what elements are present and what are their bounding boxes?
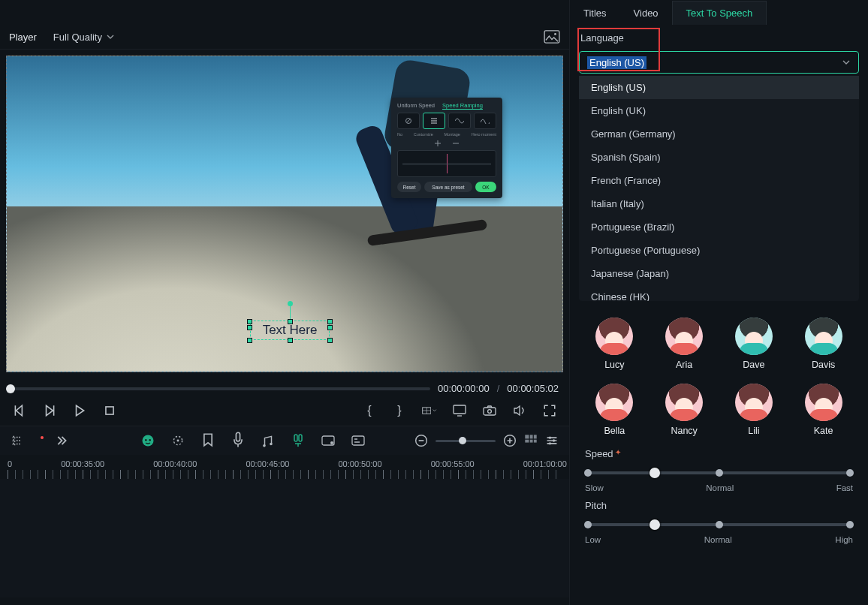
timeline-expand-icon[interactable] bbox=[57, 434, 71, 447]
language-dropdown[interactable]: English (US)English (UK)German (Germany)… bbox=[579, 76, 859, 301]
volume-button[interactable] bbox=[512, 403, 527, 418]
overlay-ok-button[interactable]: OK bbox=[475, 182, 496, 192]
overlay-reset-button[interactable]: Reset bbox=[397, 182, 421, 192]
voice-option-aria[interactable]: Aria bbox=[655, 318, 714, 370]
timeline-ruler[interactable]: 0 00:00:35:00 00:00:40:00 00:00:45:00 00… bbox=[0, 455, 569, 468]
quality-select[interactable]: Full Quality bbox=[50, 30, 117, 44]
pitch-slider[interactable] bbox=[585, 516, 853, 534]
speed-label: Speed✦ bbox=[585, 448, 853, 459]
zoom-slider[interactable] bbox=[436, 440, 496, 442]
overlay-tile-montage[interactable] bbox=[448, 113, 471, 129]
step-forward-button[interactable] bbox=[42, 403, 57, 418]
record-screen-icon[interactable] bbox=[321, 434, 335, 447]
overlay-tab-ramping[interactable]: Speed Ramping bbox=[442, 102, 483, 110]
resize-handle[interactable] bbox=[247, 338, 252, 343]
language-option[interactable]: German (Germany) bbox=[579, 122, 859, 146]
overlay-tile-customize[interactable] bbox=[423, 113, 445, 129]
language-option[interactable]: Italian (Italy) bbox=[579, 192, 859, 215]
timeline-track-area[interactable] bbox=[0, 479, 569, 597]
audio-beat-icon[interactable] bbox=[261, 434, 275, 447]
resize-handle[interactable] bbox=[327, 338, 333, 343]
fullscreen-button[interactable] bbox=[542, 403, 557, 418]
timeline-options-icon[interactable] bbox=[11, 434, 24, 447]
caption-icon[interactable] bbox=[351, 434, 365, 447]
speed-slow-label: Slow bbox=[585, 483, 604, 492]
voiceover-mic-icon[interactable] bbox=[231, 434, 245, 447]
voice-option-kate[interactable]: Kate bbox=[794, 384, 853, 436]
voice-option-lili[interactable]: Lili bbox=[725, 384, 784, 436]
svg-rect-26 bbox=[525, 440, 529, 443]
language-value: English (US) bbox=[587, 56, 646, 69]
ruler-label: 0 bbox=[8, 459, 12, 468]
grid-view-icon[interactable] bbox=[524, 434, 538, 447]
title-text-box[interactable]: Text Here bbox=[250, 315, 330, 340]
overlay-add-key-icon[interactable] bbox=[434, 140, 442, 147]
resize-handle[interactable] bbox=[288, 338, 293, 343]
play-button[interactable] bbox=[72, 403, 87, 418]
marker-icon[interactable] bbox=[201, 434, 215, 447]
mark-in-button[interactable]: { bbox=[362, 403, 377, 418]
resize-handle[interactable] bbox=[247, 325, 252, 330]
language-option[interactable]: Japanese (Japan) bbox=[579, 262, 859, 285]
overlay-tile-label: Hero moment bbox=[472, 132, 496, 137]
overlay-tile-label: Customize bbox=[414, 132, 433, 137]
language-option[interactable]: Spanish (Spain) bbox=[579, 146, 859, 169]
overlay-del-key-icon[interactable] bbox=[452, 140, 460, 147]
voice-option-bella[interactable]: Bella bbox=[585, 384, 644, 436]
preview-canvas[interactable]: Uniform Speed Speed Ramping No Customize… bbox=[6, 56, 563, 372]
language-option[interactable]: Portuguese (Brazil) bbox=[579, 215, 859, 239]
ruler-label: 00:00:35:00 bbox=[61, 459, 104, 468]
resize-handle[interactable] bbox=[327, 325, 333, 330]
stop-button[interactable] bbox=[102, 403, 117, 418]
playback-scrubber[interactable] bbox=[11, 387, 430, 390]
rotate-handle[interactable] bbox=[288, 301, 293, 306]
voice-option-dave[interactable]: Dave bbox=[725, 318, 784, 370]
svg-rect-3 bbox=[106, 407, 113, 414]
aspect-ratio-button[interactable] bbox=[422, 403, 437, 418]
zoom-out-button[interactable] bbox=[414, 434, 428, 447]
language-select[interactable]: English (US) bbox=[579, 51, 859, 74]
overlay-speed-graph[interactable] bbox=[397, 150, 496, 177]
ai-assistant-icon[interactable] bbox=[141, 434, 155, 447]
camera-snapshot-button[interactable] bbox=[482, 403, 497, 418]
overlay-tile-hero[interactable] bbox=[474, 113, 496, 129]
resize-handle[interactable] bbox=[288, 319, 293, 324]
speed-slider[interactable] bbox=[585, 464, 853, 482]
zoom-in-button[interactable] bbox=[503, 434, 517, 447]
overlay-tile-no[interactable] bbox=[397, 113, 420, 129]
snapshot-gallery-icon[interactable] bbox=[544, 30, 560, 44]
prev-frame-button[interactable] bbox=[12, 403, 27, 418]
language-option[interactable]: Chinese (HK) bbox=[579, 285, 859, 301]
voice-option-davis[interactable]: Davis bbox=[794, 318, 853, 370]
svg-rect-13 bbox=[236, 433, 240, 442]
overlay-tab-uniform[interactable]: Uniform Speed bbox=[397, 102, 435, 110]
smart-cut-icon[interactable] bbox=[291, 434, 305, 447]
voice-option-lucy[interactable]: Lucy bbox=[585, 318, 644, 370]
svg-point-30 bbox=[553, 439, 555, 441]
tab-titles[interactable]: Titles bbox=[570, 2, 620, 25]
current-time: 00:00:00:00 bbox=[438, 383, 490, 394]
mark-out-button[interactable]: } bbox=[392, 403, 407, 418]
language-option[interactable]: French (France) bbox=[579, 169, 859, 192]
track-settings-icon[interactable] bbox=[545, 434, 559, 447]
voice-name: Bella bbox=[604, 426, 625, 436]
select-tool-icon[interactable] bbox=[171, 434, 185, 447]
overlay-save-preset-button[interactable]: Save as preset bbox=[424, 182, 472, 192]
svg-rect-28 bbox=[534, 440, 537, 443]
svg-rect-6 bbox=[484, 408, 496, 415]
resize-handle[interactable] bbox=[247, 319, 252, 324]
language-option[interactable]: English (UK) bbox=[579, 99, 859, 122]
voice-name: Lili bbox=[748, 426, 759, 436]
voice-option-nancy[interactable]: Nancy bbox=[655, 384, 714, 436]
tab-text-to-speech[interactable]: Text To Speech bbox=[672, 1, 767, 25]
avatar bbox=[595, 318, 633, 355]
language-option[interactable]: English (US) bbox=[579, 76, 859, 99]
resize-handle[interactable] bbox=[327, 319, 333, 324]
pitch-normal-label: Normal bbox=[704, 535, 732, 544]
timeline-ticks[interactable] bbox=[8, 470, 562, 479]
ruler-label: 00:01:00:00 bbox=[523, 459, 567, 468]
pitch-low-label: Low bbox=[585, 535, 601, 544]
display-settings-button[interactable] bbox=[452, 403, 467, 418]
tab-video[interactable]: Video bbox=[620, 2, 672, 25]
language-option[interactable]: Portuguese (Portuguese) bbox=[579, 239, 859, 262]
